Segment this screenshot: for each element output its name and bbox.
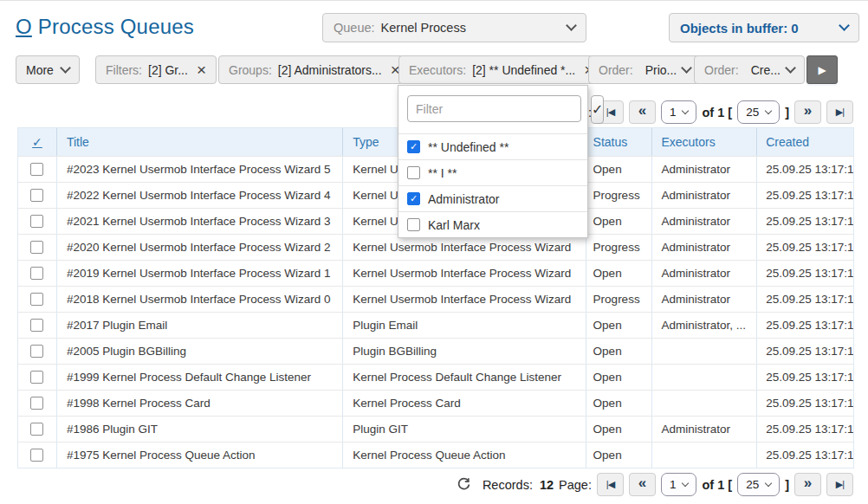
row-title: #1999 Kernel Process Default Change List… bbox=[56, 365, 342, 390]
next-page-button[interactable]: » bbox=[794, 473, 821, 496]
row-created: 25.09.25 13:17:17 bbox=[756, 183, 853, 208]
row-title: #1986 Plugin GIT bbox=[56, 417, 342, 442]
row-checkbox[interactable] bbox=[30, 397, 43, 410]
groups-chip[interactable]: Groups: [2] Administrators... × bbox=[218, 55, 411, 84]
row-executors: Administrator bbox=[651, 209, 756, 234]
bracket-close: ] bbox=[785, 106, 789, 120]
page-number-select[interactable]: 1 bbox=[661, 100, 697, 124]
table-row[interactable]: #2018 Kernel Usermob Interface Process W… bbox=[18, 286, 853, 312]
filters-chip[interactable]: Filters: [2] Gr... × bbox=[95, 55, 217, 84]
executor-option[interactable]: ✓ ** Undefined ** bbox=[398, 133, 587, 159]
executors-options: ✓ ** Undefined ** ** I ** ✓ Administrato… bbox=[398, 133, 587, 237]
groups-chip-label: Groups: bbox=[229, 63, 272, 77]
table-row[interactable]: #1975 Kernel Process Queue Action Kernel… bbox=[18, 442, 853, 468]
table-row[interactable]: #1986 Plugin GIT Plugin GIT Open Adminis… bbox=[18, 416, 853, 442]
row-status: Open bbox=[586, 443, 652, 468]
row-title: #2022 Kernel Usermob Interface Process W… bbox=[56, 183, 342, 208]
page-size-select[interactable]: 25 bbox=[737, 100, 780, 124]
option-checkbox[interactable]: ✓ bbox=[407, 192, 420, 205]
process-queues-page: O Process Queues Queue: Kernel Process O… bbox=[0, 0, 868, 504]
last-page-button[interactable]: ▶| bbox=[826, 100, 853, 124]
order-created-select[interactable]: Order: Cre... bbox=[694, 55, 805, 84]
row-title: #1998 Kernel Process Card bbox=[56, 391, 342, 416]
page-title-text: Process Queues bbox=[38, 15, 194, 38]
row-created: 25.09.25 13:17:17 bbox=[756, 209, 853, 234]
row-created: 25.09.25 13:17:11 bbox=[756, 417, 853, 442]
page-size-select[interactable]: 25 bbox=[737, 473, 780, 496]
header-executors[interactable]: Executors bbox=[651, 128, 756, 156]
row-type: Kernel Usermob Interface Process Wizard bbox=[342, 235, 585, 260]
select-all-link[interactable]: ✓ bbox=[32, 135, 42, 149]
prev-page-button[interactable]: « bbox=[629, 100, 656, 124]
header-title[interactable]: Title bbox=[56, 128, 342, 156]
executor-option[interactable]: ✓ Administrator bbox=[398, 185, 587, 211]
order-created-label: Order: bbox=[704, 63, 739, 77]
table-row[interactable]: #1999 Kernel Process Default Change List… bbox=[18, 364, 853, 390]
row-checkbox[interactable] bbox=[30, 345, 43, 358]
row-executors: Administrator bbox=[651, 261, 756, 286]
close-icon[interactable]: × bbox=[197, 61, 206, 78]
chevron-down-icon bbox=[839, 20, 850, 31]
chevron-down-icon bbox=[60, 62, 71, 74]
first-page-button[interactable]: |◀ bbox=[597, 473, 624, 496]
row-checkbox[interactable] bbox=[30, 371, 43, 384]
chevron-down-icon bbox=[681, 62, 692, 74]
next-page-button[interactable]: » bbox=[794, 100, 821, 124]
last-page-button[interactable]: ▶| bbox=[826, 473, 853, 496]
row-checkbox-cell bbox=[18, 183, 56, 208]
header-created[interactable]: Created bbox=[756, 128, 853, 156]
table-row[interactable]: #2005 Plugin BGBilling Plugin BGBilling … bbox=[18, 338, 853, 364]
table-row[interactable]: #2019 Kernel Usermob Interface Process W… bbox=[18, 260, 853, 286]
row-title: #1975 Kernel Process Queue Action bbox=[56, 443, 342, 468]
executor-option[interactable]: ** I ** bbox=[398, 159, 587, 185]
option-checkbox[interactable] bbox=[407, 166, 420, 179]
row-status: Open bbox=[586, 157, 652, 182]
row-executors: Administrator bbox=[651, 235, 756, 260]
option-checkbox[interactable]: ✓ bbox=[407, 140, 420, 153]
filters-chip-label: Filters: bbox=[106, 63, 142, 77]
row-checkbox[interactable] bbox=[30, 163, 43, 176]
row-checkbox[interactable] bbox=[30, 293, 43, 306]
row-checkbox[interactable] bbox=[30, 319, 43, 332]
chevron-down-icon bbox=[566, 20, 577, 31]
option-label: Karl Marx bbox=[428, 218, 480, 232]
row-checkbox[interactable] bbox=[30, 267, 43, 280]
row-executors bbox=[651, 365, 756, 390]
page-title-prefix: O bbox=[16, 15, 32, 38]
executors-chip-value: [2] ** Undefined *... bbox=[472, 63, 575, 77]
executors-apply-button[interactable]: ✓ bbox=[591, 95, 604, 124]
row-created: 25.09.25 13:17:10 bbox=[756, 443, 853, 468]
executor-option[interactable]: Karl Marx bbox=[398, 211, 587, 237]
row-checkbox-cell bbox=[18, 209, 56, 234]
row-status: Open bbox=[586, 391, 652, 416]
row-checkbox-cell bbox=[18, 417, 56, 442]
executors-dropdown: ✓ ✓ ** Undefined ** ** I ** ✓ Administra… bbox=[398, 85, 588, 238]
page-size-value: 25 bbox=[746, 106, 759, 119]
row-checkbox[interactable] bbox=[30, 423, 43, 436]
table-row[interactable]: #2017 Plugin Email Plugin Email Open Adm… bbox=[18, 312, 853, 338]
row-type: Kernel Usermob Interface Process Wizard bbox=[342, 287, 585, 312]
refresh-icon[interactable] bbox=[457, 477, 471, 492]
option-checkbox[interactable] bbox=[407, 218, 420, 231]
row-checkbox[interactable] bbox=[30, 241, 43, 254]
page-number-select[interactable]: 1 bbox=[661, 473, 697, 496]
row-executors bbox=[651, 339, 756, 364]
order-priority-select[interactable]: Order: Prio... bbox=[588, 55, 701, 84]
table-row[interactable]: #1998 Kernel Process Card Kernel Process… bbox=[18, 390, 853, 416]
prev-page-button[interactable]: « bbox=[629, 473, 656, 496]
row-checkbox[interactable] bbox=[30, 449, 43, 462]
row-checkbox[interactable] bbox=[30, 215, 43, 228]
buffer-count: 0 bbox=[791, 21, 798, 36]
executors-filter-input[interactable] bbox=[407, 95, 581, 122]
more-button[interactable]: More bbox=[16, 55, 80, 84]
executors-chip[interactable]: Executors: [2] ** Undefined *... × bbox=[398, 55, 604, 84]
row-checkbox-cell bbox=[18, 365, 56, 390]
row-executors: Administrator, ... bbox=[651, 313, 756, 338]
queue-select[interactable]: Queue: Kernel Process bbox=[322, 13, 586, 42]
row-checkbox[interactable] bbox=[30, 189, 43, 202]
row-created: 25.09.25 13:17:14 bbox=[756, 339, 853, 364]
buffer-select[interactable]: Objects in buffer: 0 bbox=[669, 13, 859, 42]
header-status[interactable]: Status bbox=[586, 128, 652, 156]
run-button[interactable]: ▶ bbox=[806, 55, 838, 84]
buffer-select-label: Objects in buffer: bbox=[680, 21, 787, 36]
